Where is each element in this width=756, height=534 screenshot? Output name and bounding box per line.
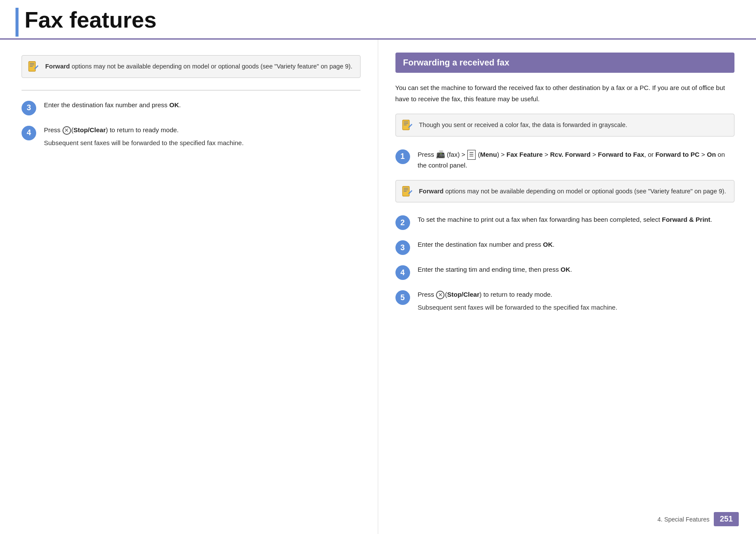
fax-feature-label: Fax Feature: [507, 151, 543, 158]
page-header: Fax features: [0, 0, 756, 40]
step-4-subtext: Subsequent sent faxes will be forwarded …: [44, 138, 244, 148]
right-step-4: 4 Enter the starting tim and ending time…: [395, 264, 735, 280]
left-step-3: 3 Enter the destination fax number and p…: [22, 100, 361, 115]
footer-section-label: 4. Special Features: [657, 516, 709, 523]
svg-rect-2: [30, 65, 34, 65]
step-number-r5: 5: [395, 290, 410, 305]
title-wrapper: Fax features: [16, 8, 740, 37]
left-column: Forward options may not be available dep…: [0, 40, 378, 534]
left-note-rest: options may not be available depending o…: [72, 63, 352, 70]
step-r4-ok: OK: [560, 266, 570, 273]
right-note-top: Though you sent or received a color fax,…: [395, 114, 735, 136]
step-r2-content: To set the machine to print out a fax wh…: [418, 214, 712, 225]
forward-to-fax-label: Forward to Fax: [598, 151, 644, 158]
stop-clear-label-right: Stop/Clear: [447, 291, 479, 298]
step-number-r4: 4: [395, 265, 410, 280]
page-number-box: 251: [714, 512, 739, 526]
step-number-r2: 2: [395, 215, 410, 230]
step-r5-subtext: Subsequent sent faxes will be forwarded …: [418, 302, 618, 313]
right-note-top-text: Though you sent or received a color fax,…: [419, 121, 628, 128]
left-step-4: 4 Press ✕(Stop/Clear) to return to ready…: [22, 125, 361, 148]
step-3-ok: OK: [169, 101, 179, 109]
step-r5-content: Press ✕(Stop/Clear) to return to ready m…: [418, 289, 618, 313]
stop-clear-icon-right: ✕: [436, 291, 445, 299]
step-r4-content: Enter the starting tim and ending time, …: [418, 264, 572, 275]
step-number-4: 4: [22, 126, 36, 140]
svg-rect-1: [30, 63, 34, 64]
svg-rect-14: [404, 189, 408, 190]
svg-rect-13: [404, 188, 408, 189]
content-area: Forward options may not be available dep…: [0, 40, 756, 534]
right-step-3: 3 Enter the destination fax number and p…: [395, 239, 735, 255]
left-note-text: Forward options may not be available dep…: [45, 63, 352, 70]
section-intro: You can set the machine to forward the r…: [395, 82, 735, 104]
right-step-1: 1 Press 📠 (fax) > ☰ (Menu) > Fax Feature…: [395, 149, 735, 171]
on-label: On: [707, 151, 716, 158]
note-icon-right-top: [401, 119, 413, 131]
step-r1-content: Press 📠 (fax) > ☰ (Menu) > Fax Feature >…: [418, 149, 735, 171]
note-icon: [27, 61, 39, 73]
step-r3-content: Enter the destination fax number and pre…: [418, 239, 555, 250]
right-step-2: 2 To set the machine to print out a fax …: [395, 214, 735, 230]
left-divider: [22, 90, 361, 90]
svg-rect-7: [404, 121, 408, 122]
forward-print-label: Forward & Print: [662, 216, 711, 223]
forward-to-pc-label: Forward to PC: [655, 151, 700, 158]
page-title: Fax features: [25, 8, 740, 37]
note-icon-right-middle: [401, 186, 413, 198]
section-heading: Forwarding a received fax: [395, 53, 735, 73]
step-number-r3: 3: [395, 240, 410, 255]
menu-label: Menu: [480, 151, 497, 158]
page-footer: 4. Special Features 251: [657, 512, 739, 526]
step-number-3: 3: [22, 101, 36, 115]
page-container: Fax features Forward options may not be …: [0, 0, 756, 534]
svg-rect-9: [404, 124, 407, 125]
step-4-content: Press ✕(Stop/Clear) to return to ready m…: [44, 125, 244, 148]
stop-clear-icon-left: ✕: [62, 126, 71, 135]
right-column: Forwarding a received fax You can set th…: [378, 40, 756, 534]
menu-icon: ☰: [467, 150, 476, 160]
svg-rect-8: [404, 123, 408, 124]
right-note-middle-text: Forward options may not be available dep…: [419, 188, 726, 195]
right-step-5: 5 Press ✕(Stop/Clear) to return to ready…: [395, 289, 735, 313]
left-note-bold: Forward: [45, 63, 70, 70]
step-r3-ok: OK: [543, 241, 553, 248]
stop-clear-label-left: Stop/Clear: [74, 126, 106, 134]
svg-rect-15: [404, 191, 407, 192]
right-note-middle: Forward options may not be available dep…: [395, 180, 735, 202]
fax-icon: 📠: [436, 150, 445, 158]
left-note-box: Forward options may not be available dep…: [22, 55, 361, 78]
step-3-content: Enter the destination fax number and pre…: [44, 100, 181, 110]
right-note-middle-rest: options may not be available depending o…: [445, 188, 726, 195]
svg-rect-3: [30, 66, 33, 67]
right-note-middle-bold: Forward: [419, 188, 444, 195]
step-number-r1: 1: [395, 149, 410, 164]
rcv-forward-label: Rcv. Forward: [550, 151, 591, 158]
